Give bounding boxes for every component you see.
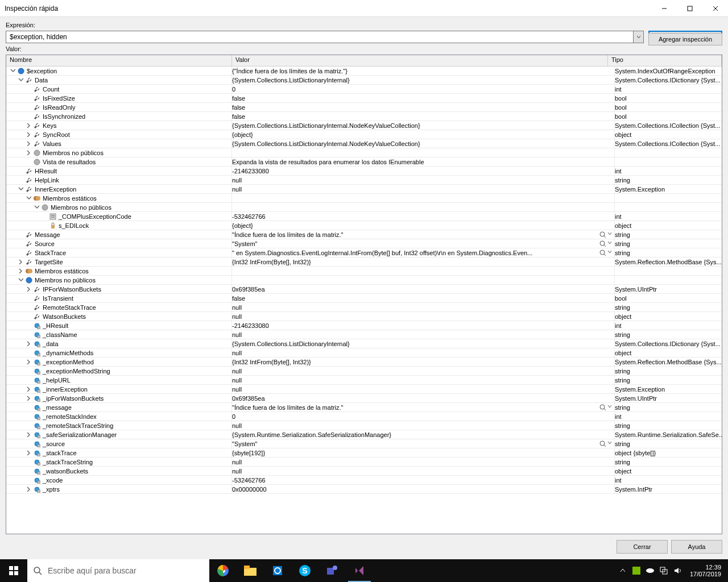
close-dialog-button[interactable]: Cerrar	[617, 540, 668, 554]
grid-row[interactable]: $exception{"Índice fuera de los límites …	[6, 66, 722, 76]
start-button[interactable]	[0, 559, 27, 582]
expand-toggle[interactable]	[26, 431, 32, 438]
expand-toggle[interactable]	[18, 277, 24, 283]
grid-row[interactable]: Miembros no públicos	[6, 148, 722, 157]
system-tray[interactable]: 12:39 17/07/2019	[615, 564, 728, 577]
expand-toggle[interactable]	[10, 68, 16, 74]
visualizer-icon[interactable]	[599, 240, 612, 247]
expand-toggle[interactable]	[18, 259, 24, 265]
expand-toggle[interactable]	[26, 450, 32, 456]
expression-input[interactable]	[6, 31, 634, 43]
tray-onedrive-icon[interactable]	[646, 566, 655, 575]
column-name[interactable]: Nombre	[6, 55, 232, 66]
expand-toggle[interactable]	[26, 340, 32, 347]
grid-row[interactable]: Source"System"string	[6, 239, 722, 248]
task-outlook[interactable]	[264, 559, 291, 582]
grid-row[interactable]: Miembros no públicos	[6, 276, 722, 285]
grid-row[interactable]: Miembros no públicos	[6, 203, 722, 212]
task-chrome[interactable]	[209, 559, 237, 582]
grid-row[interactable]: _classNamenullstring	[6, 330, 722, 339]
expand-toggle[interactable]	[18, 186, 24, 192]
tray-up-icon[interactable]	[618, 566, 627, 575]
visualizer-icon[interactable]	[599, 440, 612, 447]
grid-row[interactable]: _xptrs0x00000000System.IntPtr	[6, 485, 722, 494]
expand-toggle[interactable]	[18, 77, 24, 83]
grid-row[interactable]: _stackTraceStringnullstring	[6, 458, 722, 467]
expand-toggle[interactable]	[26, 486, 32, 492]
expand-toggle[interactable]	[18, 268, 24, 274]
expand-toggle[interactable]	[26, 286, 32, 292]
grid-row[interactable]: _remoteStackTraceStringnullstring	[6, 421, 722, 430]
expand-toggle[interactable]	[26, 386, 32, 392]
grid-row[interactable]: Values{System.Collections.ListDictionary…	[6, 139, 722, 148]
grid-row[interactable]: _watsonBucketsnullobject	[6, 467, 722, 476]
grid-row[interactable]: Miembros estáticos	[6, 267, 722, 276]
task-skype[interactable]: S	[291, 559, 318, 582]
task-visualstudio[interactable]	[346, 559, 373, 582]
visualizer-icon[interactable]	[599, 404, 612, 411]
tray-nvidia-icon[interactable]	[632, 566, 641, 575]
grid-row[interactable]: HResult-2146233080int	[6, 167, 722, 176]
grid-row[interactable]: _data{System.Collections.ListDictionaryI…	[6, 339, 722, 348]
tray-volume-icon[interactable]	[673, 566, 682, 575]
maximize-button[interactable]	[677, 0, 702, 17]
expand-toggle[interactable]	[26, 395, 32, 401]
taskbar-clock[interactable]: 12:39 17/07/2019	[686, 564, 725, 577]
grid-row[interactable]: _exceptionMethod{Int32 IntFrom(Byte[], I…	[6, 357, 722, 367]
grid-row[interactable]: _message"Índice fuera de los límites de …	[6, 403, 722, 412]
grid-row[interactable]: _xcode-532462766int	[6, 476, 722, 485]
column-type[interactable]: Tipo	[608, 55, 722, 66]
expand-toggle[interactable]	[26, 122, 32, 128]
grid-row[interactable]: IsReadOnlyfalsebool	[6, 103, 722, 112]
grid-row[interactable]: _innerExceptionnullSystem.Exception	[6, 385, 722, 394]
expand-toggle[interactable]	[34, 204, 40, 210]
close-button[interactable]	[702, 0, 728, 17]
grid-row[interactable]: _dynamicMethodsnullobject	[6, 348, 722, 357]
grid-row[interactable]: _remoteStackIndex0int	[6, 412, 722, 421]
grid-row[interactable]: _safeSerializationManager{System.Runtime…	[6, 430, 722, 439]
expand-toggle[interactable]	[26, 359, 32, 365]
grid-row[interactable]: Message"Índice fuera de los límites de l…	[6, 230, 722, 239]
grid-row[interactable]: RemoteStackTracenullstring	[6, 303, 722, 312]
expand-toggle[interactable]	[26, 149, 32, 156]
expression-dropdown[interactable]	[634, 31, 644, 43]
grid-body[interactable]: $exception{"Índice fuera de los límites …	[6, 66, 722, 534]
grid-row[interactable]: _COMPlusExceptionCode-532462766int	[6, 212, 722, 221]
minimize-button[interactable]	[651, 0, 677, 17]
grid-row[interactable]: IsTransientfalsebool	[6, 294, 722, 303]
grid-row[interactable]: _ipForWatsonBuckets0x69f385eaSystem.UInt…	[6, 394, 722, 403]
grid-row[interactable]: _exceptionMethodStringnullstring	[6, 367, 722, 376]
taskbar-search[interactable]: Escribe aquí para buscar	[27, 559, 209, 582]
expand-toggle[interactable]	[26, 195, 32, 201]
svg-rect-68	[14, 571, 18, 575]
task-explorer[interactable]	[237, 559, 264, 582]
grid-row[interactable]: Vista de resultadosExpanda la vista de r…	[6, 157, 722, 167]
grid-row[interactable]: SyncRoot{object}object	[6, 130, 722, 139]
grid-row[interactable]: IsFixedSizefalsebool	[6, 94, 722, 103]
grid-row[interactable]: TargetSite{Int32 IntFrom(Byte[], Int32)}…	[6, 257, 722, 267]
grid-row[interactable]: _HResult-2146233080int	[6, 321, 722, 330]
grid-row[interactable]: s_EDILock{object}object	[6, 221, 722, 230]
grid-row[interactable]: IPForWatsonBuckets0x69f385eaSystem.UIntP…	[6, 285, 722, 294]
grid-row[interactable]: IsSynchronizedfalsebool	[6, 112, 722, 121]
grid-row[interactable]: InnerExceptionnullSystem.Exception	[6, 185, 722, 194]
help-button[interactable]: Ayuda	[671, 540, 722, 554]
column-value[interactable]: Valor	[232, 55, 608, 66]
grid-row[interactable]: HelpLinknullstring	[6, 176, 722, 185]
grid-row[interactable]: Data{System.Collections.ListDictionaryIn…	[6, 76, 722, 85]
grid-row[interactable]: StackTrace" en System.Diagnostics.EventL…	[6, 248, 722, 257]
visualizer-icon[interactable]	[599, 250, 612, 256]
grid-row[interactable]: Miembros estáticos	[6, 194, 722, 203]
grid-row[interactable]: _helpURLnullstring	[6, 376, 722, 385]
expand-toggle[interactable]	[26, 131, 32, 138]
grid-row[interactable]: Keys{System.Collections.ListDictionaryIn…	[6, 121, 722, 130]
tray-network-icon[interactable]	[659, 566, 668, 575]
grid-row[interactable]: _stackTrace{sbyte[192]}object {sbyte[]}	[6, 448, 722, 458]
grid-row[interactable]: Count0int	[6, 85, 722, 94]
grid-row[interactable]: _source"System"string	[6, 439, 722, 448]
task-teams[interactable]	[318, 559, 346, 582]
expand-toggle[interactable]	[26, 140, 32, 147]
add-watch-button[interactable]: Agregar inspección	[648, 33, 722, 45]
grid-row[interactable]: WatsonBucketsnullobject	[6, 312, 722, 321]
visualizer-icon[interactable]	[599, 231, 612, 238]
